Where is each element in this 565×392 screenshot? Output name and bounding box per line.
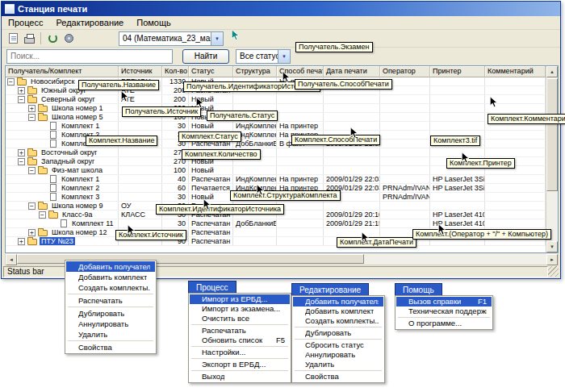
cell [119, 175, 162, 183]
chevron-down-icon[interactable] [211, 32, 223, 45]
tree-expander-icon[interactable]: − [28, 167, 36, 174]
cell [430, 77, 485, 85]
menu-item[interactable]: Импорт из экзамена... [190, 304, 290, 314]
menu-item[interactable]: Распечатать [66, 295, 155, 306]
menu-item[interactable]: Добавить получателя [66, 261, 155, 272]
help-menu-popup: Помощь Вызов справкиF1Техническая поддер… [395, 283, 493, 330]
menu-item[interactable]: Удалить [66, 329, 155, 340]
cell [485, 202, 546, 210]
cell [380, 122, 430, 130]
cell: ДобБланкиВ№2 [233, 219, 277, 227]
cell: Распечатан [189, 175, 233, 183]
menu-separator [295, 339, 382, 340]
tree-expander-icon[interactable]: − [39, 211, 46, 219]
menu-item[interactable]: Очистить все [190, 314, 290, 323]
callout: Комплект3.tif [430, 136, 480, 146]
vertical-scrollbar-thumb[interactable] [546, 78, 558, 191]
menu-item[interactable]: Выход [190, 372, 290, 382]
menu-item[interactable]: Импорт из ЕРБД... [190, 294, 290, 304]
status-filter-select[interactable]: Все статусы [236, 49, 291, 64]
settings-button[interactable] [61, 31, 77, 46]
tree-expander-icon[interactable]: − [18, 96, 25, 103]
cell: 2009/01/29 20:10 [324, 211, 380, 219]
menu-item[interactable]: Аннулировать [66, 319, 155, 329]
vertical-scrollbar[interactable] [546, 66, 558, 252]
column-header[interactable]: Структура [233, 66, 277, 77]
edit-menu-caption[interactable]: Редактирование [291, 283, 369, 295]
tree-expander-icon[interactable]: + [18, 87, 25, 94]
tree-expander-icon[interactable]: + [18, 238, 25, 245]
tree-expander-icon[interactable]: − [7, 78, 15, 85]
menu-item[interactable]: Дублировать [66, 308, 155, 319]
cell: Распечатан [189, 237, 233, 245]
tree-expander-icon[interactable]: − [18, 158, 25, 165]
menu-item[interactable]: Распечатать [190, 326, 290, 336]
column-header[interactable]: Статус [189, 66, 233, 77]
menu-separator [295, 370, 382, 371]
menu-item[interactable]: Аннулировать [293, 350, 383, 360]
scroll-right-button[interactable] [546, 254, 558, 265]
menu-separator [68, 307, 153, 307]
cell: Печатается [189, 184, 233, 192]
exam-select[interactable]: 04 (Математика_23_мая) [119, 31, 224, 46]
row-label: Школа номер 5 [50, 113, 105, 121]
menu-item[interactable]: О программе... [396, 319, 492, 328]
menu-item[interactable]: Добавить получателя [293, 297, 383, 307]
table-row[interactable]: Комплект 1130РаспечатанДобБланкиВ№22009/… [6, 219, 546, 228]
column-header[interactable]: Получатель/Комплект [6, 66, 119, 77]
menu-item[interactable]: Создать комплекты... [66, 282, 155, 293]
menu-item[interactable]: Экспорт в ЕРБД... [190, 360, 290, 369]
menu-item[interactable]: Дублировать [293, 328, 383, 338]
refresh-button[interactable] [44, 31, 61, 46]
folder-icon [38, 203, 48, 210]
scroll-up-button[interactable] [546, 66, 558, 77]
scroll-down-button[interactable] [546, 241, 558, 252]
cell: ИндКомплект* [233, 122, 277, 130]
menu-item[interactable]: Обновить списокF5 [190, 336, 290, 345]
column-header[interactable]: Источник [119, 66, 162, 77]
column-header[interactable]: Дата печати [324, 66, 380, 77]
tree-expander-icon[interactable]: + [28, 229, 36, 236]
menu-item[interactable]: Добавить комплект [66, 272, 155, 282]
cell [380, 219, 430, 227]
tree-expander-icon[interactable]: − [28, 114, 36, 121]
help-menu-caption[interactable]: Помощь [395, 283, 442, 295]
cursor-icon [195, 97, 204, 109]
cursor-icon [361, 231, 370, 244]
chevron-down-icon[interactable] [278, 50, 290, 63]
cell: Распечатан [189, 228, 233, 236]
row-label: Северный округ [40, 95, 97, 103]
menu-item[interactable]: Создать комплекты... [293, 316, 383, 326]
table-row[interactable]: Комплект 130НовыйИндКомплект*На принтер [6, 122, 546, 131]
scroll-left-button[interactable] [6, 254, 17, 265]
import-button[interactable] [5, 31, 21, 46]
tree-expander-icon[interactable]: − [28, 202, 36, 210]
column-header[interactable]: Комментарий [485, 66, 546, 77]
menubar-item[interactable]: Процесс [2, 17, 49, 28]
search-input[interactable] [6, 49, 173, 64]
menu-item[interactable]: Свойства [66, 342, 155, 352]
column-header[interactable]: Оператор [380, 66, 430, 77]
menu-item[interactable]: Добавить комплект [293, 307, 383, 316]
column-header[interactable]: Принтер [430, 66, 485, 77]
process-menu-caption[interactable]: Процесс [188, 281, 236, 293]
menu-item[interactable]: Вызов справкиF1 [396, 297, 492, 307]
cursor-icon [437, 223, 446, 236]
menu-item[interactable]: Сбросить статус [293, 340, 383, 350]
title-bar[interactable]: Станция печати [2, 2, 560, 16]
find-button[interactable]: Найти [182, 49, 229, 64]
menubar-item[interactable]: Редактирование [49, 17, 130, 28]
tree-expander-icon[interactable]: + [28, 105, 36, 112]
table-row[interactable]: Комплект 140РаспечатанИндКомплект*На при… [6, 175, 546, 184]
print-button[interactable] [21, 31, 37, 46]
menubar-item[interactable]: Помощь [130, 17, 178, 28]
menu-item[interactable]: Свойства [293, 372, 383, 382]
cell [430, 193, 485, 201]
menu-item[interactable]: Настройки... [190, 348, 290, 357]
menu-item[interactable]: Удалить [293, 360, 383, 369]
column-header[interactable]: Кол-во [162, 66, 189, 77]
resize-grip[interactable] [548, 266, 559, 277]
table-row[interactable]: −Северный округАТЕ200Новый [6, 95, 546, 104]
menu-item[interactable]: Техническая поддержка [396, 307, 492, 316]
tree-expander-icon[interactable]: + [18, 149, 25, 156]
